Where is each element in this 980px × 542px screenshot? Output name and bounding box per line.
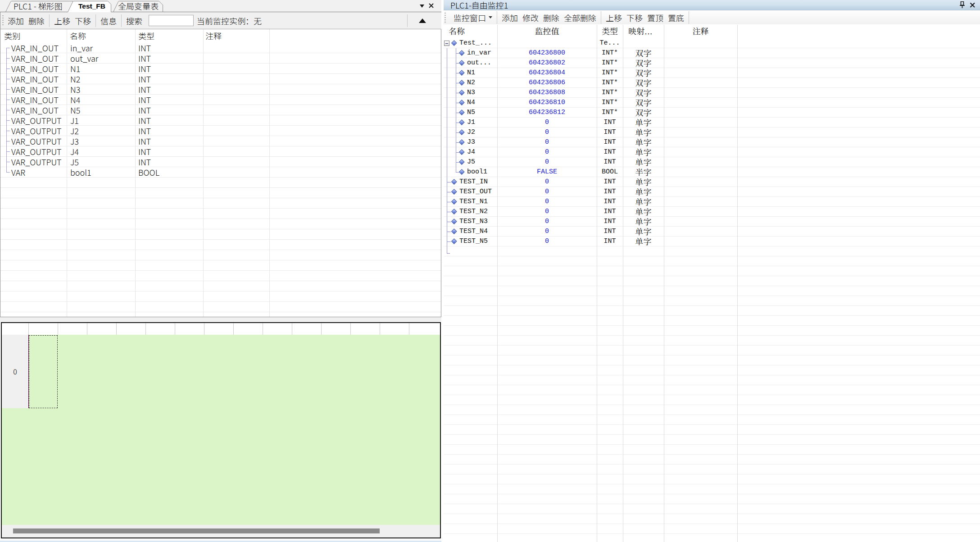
variable-row[interactable]: VAR_IN_OUT N2 INT: [0, 74, 441, 84]
watch-value[interactable]: 604236808: [497, 88, 597, 98]
watch-name-cell[interactable]: TEST_N3: [444, 217, 497, 227]
watch-value[interactable]: 0: [497, 118, 597, 128]
dropdown-caret-icon[interactable]: [489, 16, 492, 18]
watch-value[interactable]: 0: [497, 137, 597, 147]
watch-row[interactable]: TEST_IN 0 INT 单字: [444, 177, 980, 187]
watch-value[interactable]: 0: [497, 157, 597, 167]
variable-row[interactable]: VAR_OUTPUT J4 INT: [0, 146, 441, 157]
rung-number-cell[interactable]: 0: [2, 335, 28, 408]
tab-list-dropdown-icon[interactable]: [420, 5, 424, 8]
variable-row[interactable]: VAR_IN_OUT N1 INT: [0, 64, 441, 74]
watch-value[interactable]: 604236804: [497, 68, 597, 78]
tab-global-var-table[interactable]: 全局变量表: [118, 0, 159, 12]
ladder-selection-cursor[interactable]: [29, 335, 58, 408]
watch-row[interactable]: N5 604236812 INT* 双字: [444, 108, 980, 118]
header-category[interactable]: 类别: [4, 29, 20, 42]
move-up-button[interactable]: 上移: [54, 15, 70, 27]
watch-value[interactable]: 0: [497, 237, 597, 246]
variable-row[interactable]: VAR_IN_OUT in_var INT: [0, 43, 441, 53]
watch-row[interactable]: Test_... Te...: [444, 38, 980, 48]
watch-row[interactable]: bool1 FALSE BOOL 半字: [444, 167, 980, 177]
watch-name-cell[interactable]: out...: [444, 58, 497, 68]
watch-value[interactable]: 0: [497, 147, 597, 157]
watch-name-cell[interactable]: J3: [444, 137, 497, 147]
watch-row[interactable]: N2 604236806 INT* 双字: [444, 78, 980, 88]
watch-name-cell[interactable]: J4: [444, 147, 497, 157]
pin-icon[interactable]: [960, 1, 965, 8]
header-mapping[interactable]: 映射...: [628, 24, 653, 37]
watch-name-cell[interactable]: TEST_N5: [444, 237, 497, 246]
watch-value[interactable]: FALSE: [497, 167, 597, 177]
move-down-button[interactable]: 下移: [626, 12, 643, 23]
variable-row[interactable]: VAR_IN_OUT N5 INT: [0, 105, 441, 115]
search-button[interactable]: 搜索: [126, 15, 142, 27]
watch-name-cell[interactable]: J5: [444, 157, 497, 167]
watch-value[interactable]: 0: [497, 207, 597, 217]
close-icon[interactable]: [970, 2, 975, 8]
tab-plc1-ladder[interactable]: PLC1 - 梯形图: [14, 0, 63, 12]
watch-row[interactable]: J5 0 INT 单字: [444, 157, 980, 167]
watch-name-cell[interactable]: J2: [444, 128, 497, 137]
info-button[interactable]: 信息: [100, 15, 117, 27]
watch-row[interactable]: N4 604236810 INT* 双字: [444, 98, 980, 108]
collapse-table-button[interactable]: [419, 18, 426, 23]
header-type[interactable]: 类型: [597, 24, 623, 37]
variable-row[interactable]: VAR_IN_OUT N3 INT: [0, 84, 441, 95]
variable-row[interactable]: VAR_OUTPUT J1 INT: [0, 115, 441, 126]
header-name[interactable]: 名称: [449, 24, 465, 37]
watch-value[interactable]: 0: [497, 197, 597, 207]
add-watch-button[interactable]: 添加: [502, 12, 518, 23]
watch-row[interactable]: J1 0 INT 单字: [444, 118, 980, 128]
watch-row[interactable]: N1 604236804 INT* 双字: [444, 68, 980, 78]
watch-value[interactable]: 604236800: [497, 48, 597, 58]
watch-row[interactable]: TEST_N1 0 INT 单字: [444, 197, 980, 207]
header-comment[interactable]: 注释: [205, 29, 222, 42]
toolbar-grip-handle[interactable]: [445, 13, 446, 23]
watch-name-cell[interactable]: N2: [444, 78, 497, 88]
watch-row[interactable]: in_var 604236800 INT* 双字: [444, 48, 980, 58]
to-top-button[interactable]: 置顶: [647, 12, 663, 23]
watch-name-cell[interactable]: Test_...: [444, 38, 497, 48]
tab-close-icon[interactable]: [428, 3, 434, 9]
move-up-button[interactable]: 上移: [606, 12, 622, 23]
watch-row[interactable]: J4 0 INT 单字: [444, 147, 980, 157]
watch-row[interactable]: TEST_OUT 0 INT 单字: [444, 187, 980, 197]
modify-watch-button[interactable]: 修改: [522, 12, 539, 23]
variable-row[interactable]: VAR_OUTPUT J5 INT: [0, 157, 441, 167]
delete-all-button[interactable]: 全部删除: [564, 12, 596, 23]
tab-test-fb[interactable]: Test_FB: [78, 0, 105, 12]
tree-expander-minus[interactable]: [444, 41, 449, 46]
watch-name-cell[interactable]: N5: [444, 108, 497, 118]
watch-row[interactable]: TEST_N5 0 INT 单字: [444, 237, 980, 246]
delete-variable-button[interactable]: 删除: [28, 15, 45, 27]
watch-value[interactable]: 604236810: [497, 98, 597, 108]
watch-row[interactable]: TEST_N4 0 INT 单字: [444, 227, 980, 237]
header-type[interactable]: 类型: [138, 29, 154, 42]
watch-row[interactable]: TEST_N3 0 INT 单字: [444, 217, 980, 227]
watch-value[interactable]: 0: [497, 177, 597, 187]
horizontal-splitter[interactable]: [0, 317, 441, 322]
watch-value[interactable]: 0: [497, 128, 597, 137]
monitor-window-dropdown[interactable]: 监控窗口: [454, 12, 486, 23]
add-variable-button[interactable]: 添加: [8, 15, 24, 27]
variable-row[interactable]: VAR_IN_OUT out_var INT: [0, 53, 441, 64]
watch-name-cell[interactable]: N3: [444, 88, 497, 98]
watch-name-cell[interactable]: bool1: [444, 167, 497, 177]
delete-watch-button[interactable]: 删除: [543, 12, 559, 23]
to-bottom-button[interactable]: 置底: [668, 12, 684, 23]
watch-name-cell[interactable]: N1: [444, 68, 497, 78]
search-input[interactable]: [149, 15, 194, 26]
watch-name-cell[interactable]: J1: [444, 118, 497, 128]
watch-name-cell[interactable]: TEST_N2: [444, 207, 497, 217]
watch-value[interactable]: 0: [497, 217, 597, 227]
watch-value[interactable]: 604236806: [497, 78, 597, 88]
watch-row[interactable]: J3 0 INT 单字: [444, 137, 980, 147]
scrollbar-thumb[interactable]: [13, 528, 380, 533]
variable-row[interactable]: VAR_IN_OUT N4 INT: [0, 95, 441, 105]
header-value[interactable]: 监控值: [497, 24, 597, 37]
watch-value[interactable]: 604236812: [497, 108, 597, 118]
move-down-button[interactable]: 下移: [75, 15, 91, 27]
watch-row[interactable]: TEST_N2 0 INT 单字: [444, 207, 980, 217]
watch-name-cell[interactable]: in_var: [444, 48, 497, 58]
watch-row[interactable]: N3 604236808 INT* 双字: [444, 88, 980, 98]
